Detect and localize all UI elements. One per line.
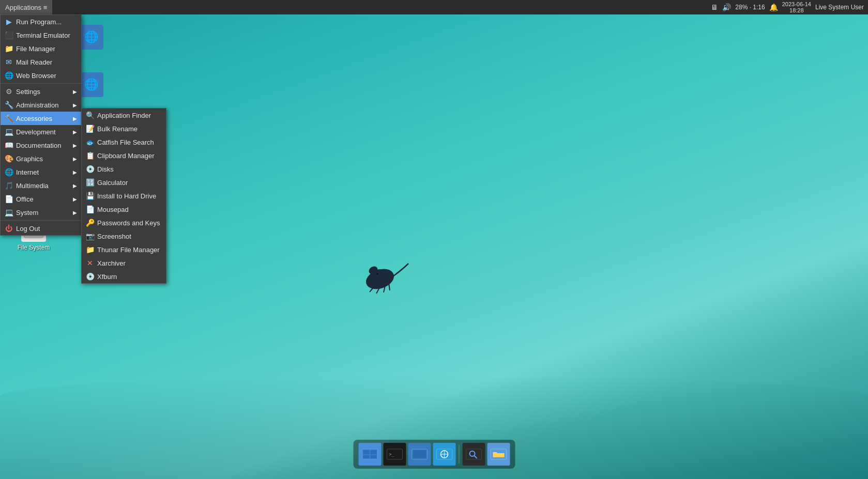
terminal-label: Terminal Emulator [16,32,70,39]
taskbar-workspace2[interactable] [408,443,431,466]
panel-right: 🖥 🔊 28% · 1:16 🔔 2023-06-14 18:28 Live S… [711,1,868,13]
web-browser-label: Web Browser [16,72,56,80]
run-program-icon: ▶ [5,18,13,26]
desktop-app-icon-1[interactable]: 🌐 [79,25,103,50]
office-label: Office [16,195,34,203]
system-arrow: ▶ [73,210,77,215]
accessories-arrow: ▶ [73,116,77,121]
taskbar-folder[interactable] [487,443,510,466]
taskbar-workspace1[interactable] [358,443,381,466]
menu-item-administration[interactable]: 🔧 Administration ▶ [1,98,81,112]
screenshot-icon: 📷 [86,232,94,240]
menu-separator-2 [1,220,81,221]
submenu-item-screenshot[interactable]: 📷 Screenshot [82,229,166,243]
install-icon: 💾 [86,192,94,200]
desktop-app-icon-2[interactable]: 🌐 [79,72,103,97]
submenu-item-xfburn[interactable]: 💿 Xfburn [82,270,166,283]
menu-item-accessories[interactable]: 🔨 Accessories ▶ [1,112,81,125]
settings-icon: ⚙ [5,87,13,96]
submenu-item-install[interactable]: 💾 Install to Hard Drive [82,189,166,203]
submenu-item-catfish[interactable]: 🐟 Catfish File Search [82,135,166,149]
svg-line-7 [389,283,390,290]
multimedia-arrow: ▶ [73,183,77,189]
multimedia-label: Multimedia [16,182,49,190]
run-program-label: Run Program... [16,18,62,26]
menu-item-graphics[interactable]: 🎨 Graphics ▶ [1,152,81,165]
submenu-item-passwords[interactable]: 🔑 Passwords and Keys [82,216,166,229]
submenu-item-app-finder[interactable]: 🔍 Application Finder [82,109,166,122]
menu-separator-1 [1,83,81,84]
taskbar-search[interactable] [462,443,485,466]
development-icon: 💻 [5,128,13,136]
terminal-icon: ⬛ [5,31,13,39]
submenu-item-calculator[interactable]: 🔢 Galculator [82,176,166,189]
notification-icon: 🔔 [769,3,778,11]
file-manager-icon: 📁 [5,44,13,53]
thunar-icon: 📁 [86,245,94,254]
applications-menu: ▶ Run Program... ⬛ Terminal Emulator 📁 F… [0,14,82,236]
menu-item-settings[interactable]: ⚙ Settings ▶ [1,85,81,98]
menu-item-logout[interactable]: ⏻ Log Out [1,222,81,235]
web-browser-icon: 🌐 [5,71,13,80]
datetime-display: 2023-06-14 18:28 [782,1,811,13]
mousepad-icon: 📄 [86,205,94,213]
internet-label: Internet [16,168,39,176]
svg-rect-15 [370,455,376,458]
menu-item-internet[interactable]: 🌐 Internet ▶ [1,165,81,179]
office-icon: 📄 [5,195,13,203]
office-arrow: ▶ [73,196,77,202]
taskbar-separator [459,445,459,463]
bulk-rename-label: Bulk Rename [97,125,138,133]
documentation-icon: 📖 [5,141,13,149]
accessories-submenu: 🔍 Application Finder 📝 Bulk Rename 🐟 Cat… [81,108,166,284]
desktop: Applications ≡ 🖥 🔊 28% · 1:16 🔔 2023-06-… [0,0,868,479]
svg-text:>_: >_ [389,452,394,457]
accessories-icon: 🔨 [5,114,13,122]
menu-item-run-program[interactable]: ▶ Run Program... [1,15,81,28]
catfish-icon: 🐟 [86,138,94,146]
submenu-item-mousepad[interactable]: 📄 Mousepad [82,203,166,216]
administration-arrow: ▶ [73,102,77,108]
menu-item-multimedia[interactable]: 🎵 Multimedia ▶ [1,179,81,192]
taskbar-terminal[interactable]: >_ [383,443,406,466]
network-icon: 🖥 [711,3,718,11]
menu-item-documentation[interactable]: 📖 Documentation ▶ [1,138,81,152]
administration-label: Administration [16,101,58,109]
multimedia-icon: 🎵 [5,181,13,190]
xarchiver-label: Xarchiver [97,259,126,267]
menu-item-system[interactable]: 💻 System ▶ [1,206,81,219]
xfburn-label: Xfburn [97,273,117,281]
settings-arrow: ▶ [73,89,77,95]
mousepad-label: Mousepad [97,206,129,213]
app-finder-label: Application Finder [97,112,151,119]
file-manager-label: File Manager [16,45,55,53]
battery-indicator: 28% · 1:16 [735,4,765,11]
menu-item-terminal[interactable]: ⬛ Terminal Emulator [1,28,81,42]
logout-icon: ⏻ [5,224,13,233]
taskbar-web[interactable] [433,443,455,466]
svg-rect-19 [413,450,426,458]
filesystem-label: File System [18,244,50,251]
top-panel: Applications ≡ 🖥 🔊 28% · 1:16 🔔 2023-06-… [0,0,868,14]
submenu-item-bulk-rename[interactable]: 📝 Bulk Rename [82,122,166,135]
applications-button[interactable]: Applications ≡ [0,0,52,14]
menu-item-web-browser[interactable]: 🌐 Web Browser [1,69,81,82]
panel-left: Applications ≡ [0,0,52,14]
thunar-label: Thunar File Manager [97,246,160,254]
administration-icon: 🔧 [5,101,13,109]
menu-item-development[interactable]: 💻 Development ▶ [1,125,81,138]
submenu-item-thunar[interactable]: 📁 Thunar File Manager [82,243,166,256]
submenu-item-clipboard[interactable]: 📋 Clipboard Manager [82,149,166,162]
menu-item-file-manager[interactable]: 📁 File Manager [1,42,81,55]
menu-item-office[interactable]: 📄 Office ▶ [1,192,81,206]
svg-rect-12 [363,450,369,454]
settings-label: Settings [16,88,40,96]
graphics-icon: 🎨 [5,154,13,163]
submenu-item-xarchiver[interactable]: ✕ Xarchiver [82,256,166,270]
submenu-item-disks[interactable]: 💿 Disks [82,162,166,176]
system-icon: 💻 [5,208,13,217]
svg-rect-13 [370,450,376,454]
graphics-label: Graphics [16,155,43,163]
menu-item-mail-reader[interactable]: ✉ Mail Reader [1,55,81,69]
calculator-icon: 🔢 [86,178,94,187]
